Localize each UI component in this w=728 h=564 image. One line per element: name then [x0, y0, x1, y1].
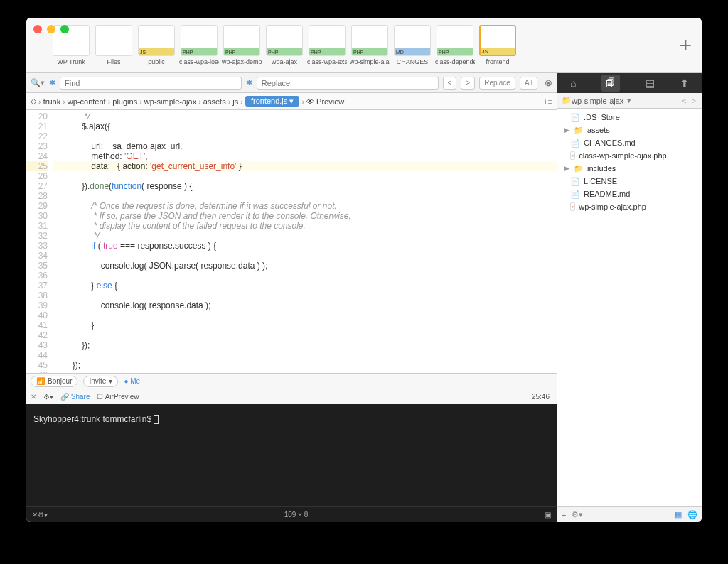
file-nav[interactable]: < > — [682, 97, 697, 105]
close-window[interactable] — [33, 25, 42, 33]
code-editor[interactable]: 2021222324252627282930313233343536373839… — [26, 110, 557, 373]
code-line[interactable] — [53, 191, 557, 201]
upload-icon[interactable]: ⬆ — [680, 77, 689, 89]
tab-wpa-ajax[interactable]: PHPwpa-ajax — [264, 25, 304, 65]
replace-input[interactable] — [257, 77, 439, 90]
nav-next-button[interactable]: > — [461, 77, 475, 90]
code-line[interactable]: console.log( response.data ); — [53, 300, 557, 310]
crumb-wp-content[interactable]: wp-content — [68, 97, 106, 106]
file-gear-icon[interactable]: ⚙▾ — [572, 510, 583, 519]
search-icon[interactable]: 🔍▾ — [31, 78, 45, 87]
add-file-icon[interactable]: + — [562, 511, 566, 519]
tab-changes[interactable]: MDCHANGES — [392, 25, 432, 65]
current-file-pill[interactable]: frontend.js ▾ — [245, 96, 299, 107]
file-class-wp-simple-ajax-php[interactable]: ◦class-wp-simple-ajax.php — [557, 149, 702, 162]
zoom-window[interactable] — [60, 25, 69, 33]
code-line[interactable]: * display the content of the failed requ… — [53, 221, 557, 231]
root-folder[interactable]: wp-simple-ajax — [572, 97, 623, 105]
code-area[interactable]: */ $.ajax({ url: sa_demo.ajax_url, metho… — [53, 110, 557, 373]
files-icon[interactable]: 🗐 — [601, 75, 620, 92]
code-line[interactable] — [53, 271, 557, 281]
code-line[interactable] — [53, 310, 557, 320]
find-input[interactable] — [60, 77, 242, 90]
replace-button[interactable]: Replace — [479, 77, 515, 90]
line-number: 27 — [26, 181, 48, 191]
terminal-footer-close-icon[interactable]: ✕ — [32, 511, 38, 519]
code-line[interactable]: url: sa_demo.ajax_url, — [53, 141, 557, 151]
view-remote-icon[interactable]: 🌐 — [687, 510, 697, 519]
code-line[interactable]: } — [53, 320, 557, 330]
code-line[interactable] — [53, 251, 557, 261]
code-line[interactable]: */ — [53, 112, 557, 121]
terminal-close-icon[interactable]: ✕ — [31, 393, 36, 401]
share-bar: 📶 Bonjour Invite ▾ ● Me — [26, 373, 557, 389]
replace-all-button[interactable]: All — [520, 77, 537, 90]
code-line[interactable] — [53, 131, 557, 141]
code-line[interactable]: }).done(function( response ) { — [53, 181, 557, 191]
code-line[interactable] — [53, 330, 557, 340]
line-number: 21 — [26, 121, 48, 131]
code-line[interactable]: data: { action: 'get_current_user_info' … — [53, 161, 557, 171]
gear-icon[interactable]: ⚙▾ — [43, 393, 53, 401]
line-number-gutter: 2021222324252627282930313233343536373839… — [26, 110, 53, 373]
tab-class-wpa-example[interactable]: PHPclass-wpa-example — [307, 25, 347, 65]
preview-button[interactable]: 👁 Preview — [306, 97, 344, 106]
home-icon[interactable]: ⌂ — [570, 77, 576, 89]
code-line[interactable]: /* Once the request is done, determine i… — [53, 201, 557, 211]
tab-frontend[interactable]: JSfrontend — [478, 25, 518, 65]
line-number: 34 — [26, 251, 48, 261]
file--ds_store[interactable]: 📄.DS_Store — [557, 111, 702, 124]
file-readme-md[interactable]: 📄README.md — [557, 188, 702, 200]
nav-prev-button[interactable]: < — [443, 77, 457, 90]
file-assets[interactable]: ▶📁assets — [557, 124, 702, 136]
tab-public[interactable]: JSpublic — [136, 25, 176, 65]
code-line[interactable]: } else { — [53, 281, 557, 291]
regex-replace-icon[interactable]: ✱ — [246, 78, 252, 87]
folder-dropdown-icon[interactable]: ▼ — [626, 97, 632, 104]
code-line[interactable]: $.ajax({ — [53, 121, 557, 131]
tab-wp-ajax-demo[interactable]: PHPwp-ajax-demo — [222, 25, 262, 65]
file-license[interactable]: 📄LICENSE — [557, 175, 702, 188]
code-line[interactable] — [53, 171, 557, 181]
bonjour-button[interactable]: 📶 Bonjour — [31, 376, 77, 387]
code-line[interactable]: console.log( JSON.parse( response.data )… — [53, 261, 557, 271]
new-tab-button[interactable]: + — [679, 33, 692, 58]
crumb-js[interactable]: js — [232, 97, 238, 106]
regex-icon[interactable]: ✱ — [49, 78, 55, 87]
file-wp-simple-ajax-php[interactable]: ◦wp-simple-ajax.php — [557, 200, 702, 213]
terminal[interactable]: Skyhopper4:trunk tommcfarlin$ — [26, 404, 557, 506]
terminal-expand-icon[interactable]: ▣ — [545, 511, 551, 519]
view-local-icon[interactable]: ▦ — [675, 510, 682, 519]
tab-files[interactable]: Files — [94, 25, 134, 65]
crumb-nav[interactable]: +≡ — [543, 97, 552, 106]
terminal-footer: ✕ ⚙▾ 109 × 8 ▣ — [26, 506, 557, 522]
crumb-assets[interactable]: assets — [203, 97, 226, 106]
code-line[interactable]: }); — [53, 360, 557, 370]
code-line[interactable]: }); — [53, 340, 557, 350]
crumb-wp-simple-ajax[interactable]: wp-simple-ajax — [144, 97, 196, 106]
line-number: 45 — [26, 360, 48, 370]
code-line[interactable] — [53, 350, 557, 360]
code-line[interactable]: method: 'GET', — [53, 151, 557, 161]
code-line[interactable]: * If so, parse the JSON and then render … — [53, 211, 557, 221]
close-search-icon[interactable]: ⊗ — [545, 77, 552, 88]
crumb-plugins[interactable]: plugins — [112, 97, 137, 106]
airpreview-button[interactable]: ☐ AirPreview — [97, 393, 139, 401]
file-changes-md[interactable]: 📄CHANGES.md — [557, 136, 702, 149]
invite-button[interactable]: Invite ▾ — [83, 376, 118, 387]
crumb-trunk[interactable]: trunk — [43, 97, 60, 106]
minimize-window[interactable] — [47, 25, 55, 33]
terminal-footer-gear-icon[interactable]: ⚙▾ — [38, 511, 48, 519]
symbol-icon[interactable]: ◇ — [31, 97, 36, 106]
code-line[interactable] — [53, 291, 557, 300]
file-includes[interactable]: ▶📁includes — [557, 162, 702, 175]
share-button[interactable]: 🔗 Share — [60, 393, 90, 401]
tab-class-dependency-[interactable]: PHPclass-dependency- — [435, 25, 475, 65]
doc-icon[interactable]: ▤ — [646, 77, 655, 89]
timer: 25:46 — [532, 393, 552, 401]
line-number: 28 — [26, 191, 48, 201]
code-line[interactable]: */ — [53, 231, 557, 241]
tab-class-wpa-loader[interactable]: PHPclass-wpa-loader — [179, 25, 219, 65]
tab-wp-simple-ajax[interactable]: PHPwp-simple-ajax — [350, 25, 390, 65]
code-line[interactable]: if ( true === response.success ) { — [53, 241, 557, 251]
